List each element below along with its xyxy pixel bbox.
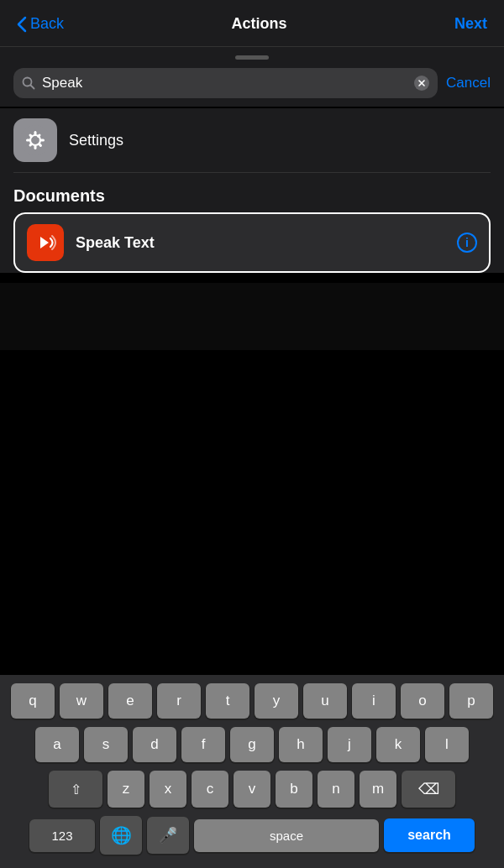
delete-key[interactable]: ⌫ [402, 771, 455, 808]
shift-key[interactable]: ⇧ [49, 771, 102, 808]
keyboard-row-1: q w e r t y u i o p [3, 683, 501, 719]
settings-row[interactable]: Settings [13, 108, 491, 173]
key-h[interactable]: h [279, 727, 323, 762]
key-u[interactable]: u [303, 683, 347, 719]
key-m[interactable]: m [360, 771, 396, 808]
cancel-button[interactable]: Cancel [446, 75, 491, 92]
search-key[interactable]: search [384, 818, 475, 852]
key-e[interactable]: e [108, 683, 152, 719]
key-n[interactable]: n [318, 771, 354, 808]
key-o[interactable]: o [401, 683, 444, 719]
back-button[interactable]: Back [17, 15, 64, 33]
key-x[interactable]: x [150, 771, 186, 808]
search-icon [22, 76, 35, 90]
keyboard-row-3: ⇧ z x c v b n m ⌫ [3, 771, 501, 808]
key-w[interactable]: w [60, 683, 103, 719]
key-c[interactable]: c [192, 771, 228, 808]
key-r[interactable]: r [157, 683, 201, 719]
chevron-left-icon [17, 16, 27, 33]
search-input[interactable] [42, 75, 407, 92]
key-d[interactable]: d [133, 727, 176, 762]
info-button[interactable]: i [457, 233, 477, 253]
keyboard-row-4: 123 🌐 🎤 space search [3, 816, 501, 855]
svg-rect-9 [26, 139, 30, 142]
next-button[interactable]: Next [454, 15, 487, 33]
settings-label: Settings [69, 132, 123, 149]
settings-icon [13, 118, 57, 162]
numbers-key[interactable]: 123 [29, 819, 95, 852]
results-area: Settings Documents Speak Text i [0, 108, 504, 273]
drag-indicator [235, 55, 269, 60]
globe-key[interactable]: 🌐 [100, 816, 142, 855]
key-p[interactable]: p [449, 683, 493, 719]
back-label: Back [30, 15, 64, 33]
key-v[interactable]: v [234, 771, 270, 808]
speak-text-icon [27, 224, 64, 261]
key-f[interactable]: f [181, 727, 225, 762]
key-b[interactable]: b [276, 771, 312, 808]
navigation-bar: Back Actions Next [0, 0, 504, 47]
speak-text-label: Speak Text [76, 234, 445, 252]
search-bar-row: Cancel [13, 68, 491, 98]
key-j[interactable]: j [328, 727, 371, 762]
key-s[interactable]: s [84, 727, 128, 762]
svg-line-1 [31, 86, 34, 89]
svg-rect-8 [34, 145, 37, 149]
key-y[interactable]: y [255, 683, 298, 719]
svg-rect-10 [40, 139, 45, 142]
speak-text-row[interactable]: Speak Text i [13, 212, 491, 273]
key-i[interactable]: i [352, 683, 396, 719]
key-q[interactable]: q [11, 683, 55, 719]
documents-section-header: Documents [13, 173, 491, 212]
search-container: Cancel [0, 47, 504, 107]
svg-point-5 [20, 125, 50, 155]
key-l[interactable]: l [425, 727, 469, 762]
key-t[interactable]: t [206, 683, 249, 719]
page-title: Actions [232, 15, 287, 33]
keyboard-row-2: a s d f g h j k l [3, 727, 501, 762]
search-input-wrap[interactable] [13, 68, 438, 98]
microphone-key[interactable]: 🎤 [147, 817, 189, 854]
space-key[interactable]: space [194, 819, 379, 852]
dimmed-overlay [0, 283, 504, 350]
key-z[interactable]: z [108, 771, 144, 808]
keyboard: q w e r t y u i o p a s d f g h j k l ⇧ … [0, 675, 504, 868]
key-k[interactable]: k [376, 727, 420, 762]
key-a[interactable]: a [35, 727, 79, 762]
svg-rect-7 [34, 131, 37, 135]
key-g[interactable]: g [230, 727, 274, 762]
svg-marker-15 [40, 237, 49, 248]
clear-button[interactable] [414, 76, 429, 91]
